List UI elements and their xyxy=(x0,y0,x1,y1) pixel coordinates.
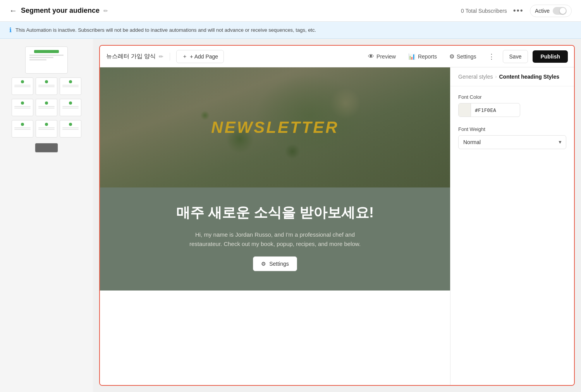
sidebar-thumb-cell[interactable] xyxy=(36,120,57,138)
line xyxy=(62,108,79,108)
thumb-gray-lines xyxy=(26,55,67,60)
page-title: Segment your audience xyxy=(21,7,100,15)
color-swatch xyxy=(459,103,471,117)
main-content: 뉴스레터 가입 양식 ✏ ＋ + Add Page 👁 Preview 📊 Re… xyxy=(0,39,581,392)
sidebar-thumb-row-2 xyxy=(6,99,87,116)
sidebar-thumb-cell[interactable] xyxy=(60,99,81,116)
active-toggle[interactable] xyxy=(553,7,567,15)
line xyxy=(62,85,79,86)
save-button[interactable]: Save xyxy=(503,50,528,63)
line xyxy=(38,129,55,130)
subscribers-count: 0 Total Subscribers xyxy=(461,8,507,14)
line xyxy=(14,86,31,87)
form-name-edit-icon[interactable]: ✏ xyxy=(159,53,163,60)
more-menu-button[interactable]: ••• xyxy=(513,6,524,15)
editor-canvas-area: NEWSLETTER 매주 새로운 소식을 받아보세요! Hi, my name… xyxy=(100,67,574,385)
sidebar-thumb-cell[interactable] xyxy=(12,120,33,138)
thumb-dot xyxy=(69,101,72,105)
panel-body: Font Color #F1F0EA Font Weight Nor xyxy=(450,86,574,385)
toolbar-more-button[interactable]: ⋮ xyxy=(485,51,498,62)
thumb-dot xyxy=(21,101,24,105)
settings-btn-label: Settings xyxy=(269,261,289,267)
font-weight-select-wrapper: Normal Bold Light Medium SemiBold ▼ xyxy=(458,135,566,149)
panel-header: General styles › Content heading Styles xyxy=(450,67,574,86)
add-page-icon: ＋ xyxy=(182,53,187,60)
content-description: Hi, my name is Jordan Russo, and I'm a p… xyxy=(182,230,368,249)
thumb-lines xyxy=(12,78,33,89)
line xyxy=(62,127,79,128)
active-badge[interactable]: Active xyxy=(530,5,572,17)
reports-icon: 📊 xyxy=(408,53,416,60)
sidebar-thumb-cell[interactable] xyxy=(12,99,33,116)
gear-icon: ⚙ xyxy=(261,261,266,267)
line xyxy=(62,129,79,130)
settings-label: Settings xyxy=(457,53,476,60)
content-section: 매주 새로운 소식을 받아보세요! Hi, my name is Jordan … xyxy=(100,187,450,291)
reports-button[interactable]: 📊 Reports xyxy=(404,51,441,62)
line xyxy=(38,106,55,107)
sidebar-thumb-cell[interactable] xyxy=(36,99,57,116)
color-input-wrapper[interactable]: #F1F0EA xyxy=(458,103,520,117)
settings-icon: ⚙ xyxy=(449,53,454,60)
line xyxy=(38,127,55,128)
sidebar-thumb-cell[interactable] xyxy=(60,77,81,95)
thumb-line xyxy=(29,59,46,60)
form-name: 뉴스레터 가입 양식 ✏ xyxy=(106,53,163,60)
line xyxy=(38,86,55,87)
thumb-dot xyxy=(21,80,24,83)
reports-label: Reports xyxy=(418,53,437,60)
line xyxy=(38,85,55,86)
thumb-dot xyxy=(45,80,48,83)
thumb-lines xyxy=(12,120,33,131)
font-color-label: Font Color xyxy=(458,94,566,100)
sidebar-thumb-row-3 xyxy=(6,120,87,138)
korean-heading: 매주 새로운 소식을 받아보세요! xyxy=(123,203,427,222)
active-label: Active xyxy=(535,8,550,14)
sidebar-thumb-cell[interactable] xyxy=(12,77,33,95)
font-weight-label: Font Weight xyxy=(458,126,566,132)
line xyxy=(14,129,31,130)
line xyxy=(62,86,79,87)
thumb-lines xyxy=(36,120,57,131)
sidebar-thumb-main[interactable] xyxy=(25,46,68,74)
newsletter-label: NEWSLETTER xyxy=(211,118,339,137)
add-page-label: + Add Page xyxy=(190,53,218,60)
info-banner: ℹ This Automation is inactive. Subscribe… xyxy=(0,22,581,39)
thumb-dot xyxy=(45,123,48,126)
info-text: This Automation is inactive. Subscribers… xyxy=(15,27,316,33)
preview-button[interactable]: 👁 Preview xyxy=(364,51,400,62)
font-weight-select[interactable]: Normal Bold Light Medium SemiBold xyxy=(458,135,566,149)
add-page-button[interactable]: ＋ + Add Page xyxy=(176,50,224,63)
info-icon: ℹ xyxy=(9,26,12,34)
top-nav: ← Segment your audience ✏ 0 Total Subscr… xyxy=(0,0,581,22)
title-edit-icon[interactable]: ✏ xyxy=(103,8,108,14)
editor-area: 뉴스레터 가입 양식 ✏ ＋ + Add Page 👁 Preview 📊 Re… xyxy=(93,39,581,392)
form-name-text: 뉴스레터 가입 양식 xyxy=(106,53,156,60)
publish-button[interactable]: Publish xyxy=(533,50,568,63)
settings-button[interactable]: ⚙ Settings xyxy=(445,51,480,62)
preview-icon: 👁 xyxy=(368,53,374,60)
nav-left: ← Segment your audience ✏ xyxy=(9,6,108,15)
line xyxy=(62,106,79,107)
toolbar-divider xyxy=(170,53,170,60)
thumb-dot xyxy=(69,123,72,126)
thumb-dot xyxy=(69,80,72,83)
thumb-lines xyxy=(36,99,57,110)
breadcrumb-separator: › xyxy=(495,74,497,79)
line xyxy=(14,127,31,128)
sidebar-thumb-cell[interactable] xyxy=(36,77,57,95)
editor-toolbar: 뉴스레터 가입 양식 ✏ ＋ + Add Page 👁 Preview 📊 Re… xyxy=(100,46,574,67)
nav-right: 0 Total Subscribers ••• Active xyxy=(461,5,572,17)
sidebar-thumb-row-1 xyxy=(6,77,87,95)
thumb-lines xyxy=(60,99,81,110)
sidebar-thumb-cell[interactable] xyxy=(60,120,81,138)
thumb-line xyxy=(29,55,64,56)
thumb-lines xyxy=(36,78,57,89)
canvas-settings-button[interactable]: ⚙ Settings xyxy=(253,256,297,271)
color-value: #F1F0EA xyxy=(471,105,520,115)
editor-frame: 뉴스레터 가입 양식 ✏ ＋ + Add Page 👁 Preview 📊 Re… xyxy=(99,45,575,386)
preview-label: Preview xyxy=(376,53,396,60)
breadcrumb-general-styles[interactable]: General styles xyxy=(458,74,493,80)
back-button[interactable]: ← xyxy=(9,6,17,15)
line xyxy=(14,106,31,107)
